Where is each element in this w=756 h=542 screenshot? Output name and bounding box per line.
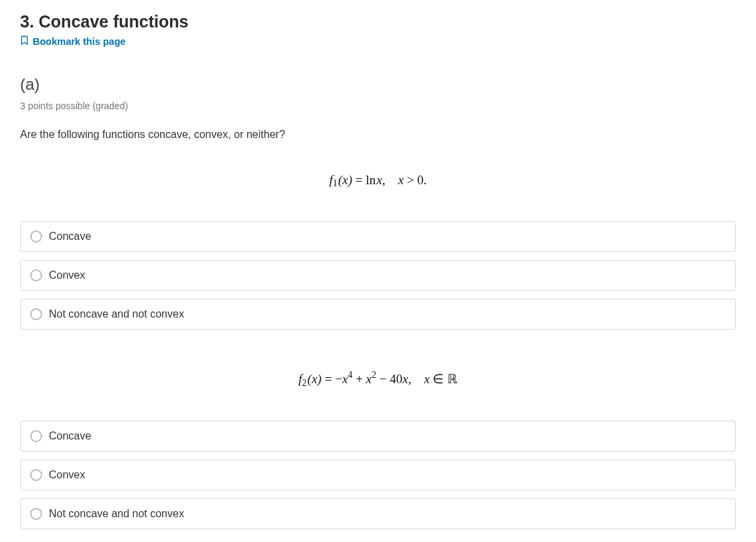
radio-icon [30,230,42,243]
option-label: Not concave and not convex [49,308,184,320]
bookmark-label: Bookmark this page [33,36,126,47]
radio-option-q1-convex[interactable]: Convex [20,260,736,291]
option-label: Concave [49,230,91,243]
page-title: 3. Concave functions [20,12,736,31]
radio-icon [30,308,42,320]
points-possible: 3 points possible (graded) [20,100,736,111]
radio-option-q2-convex[interactable]: Convex [20,460,736,490]
equation-f1: f1 (x) = ln x, x > 0. [20,173,736,189]
radio-icon [30,508,42,520]
option-label: Not concave and not convex [49,508,184,520]
answers-q1: Concave Convex Not concave and not conve… [20,221,736,330]
radio-option-q1-concave[interactable]: Concave [20,221,736,252]
radio-option-q2-neither[interactable]: Not concave and not convex [20,498,736,529]
option-label: Concave [49,430,91,442]
question-prompt: Are the following functions concave, con… [20,129,736,141]
part-label: (a) [20,75,736,94]
radio-icon [30,469,42,481]
bookmark-icon [20,36,29,48]
radio-icon [30,430,42,442]
answers-q2: Concave Convex Not concave and not conve… [20,421,736,529]
bookmark-link[interactable]: Bookmark this page [20,36,126,48]
radio-option-q1-neither[interactable]: Not concave and not convex [20,299,736,330]
option-label: Convex [49,469,85,481]
equation-f2: f2 (x) = −x4 + x2 − 40x, x ∈ ℝ [20,370,736,389]
radio-option-q2-concave[interactable]: Concave [20,421,736,452]
radio-icon [30,269,42,281]
option-label: Convex [49,269,85,281]
